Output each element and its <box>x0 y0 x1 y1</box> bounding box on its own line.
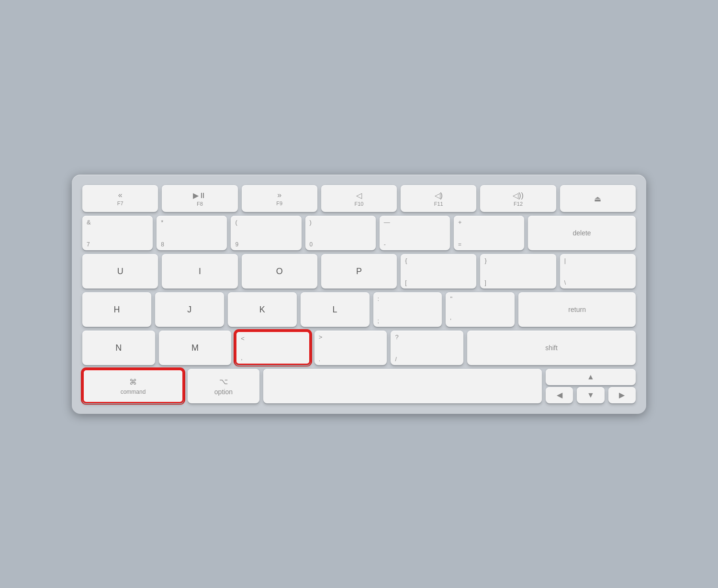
key-7-bottom: 7 <box>87 242 148 247</box>
f10-icon: ◁ <box>325 191 393 200</box>
key-rbracket[interactable]: } ] <box>480 254 556 288</box>
key-f7[interactable]: « F7 <box>82 185 158 212</box>
key-quote-bottom: ' <box>450 318 510 324</box>
key-minus-top: — <box>384 219 390 225</box>
key-option[interactable]: ⌥ option <box>188 369 259 403</box>
key-9-top: ( <box>235 219 237 225</box>
key-8[interactable]: * 8 <box>157 216 227 250</box>
command-symbol: ⌘ <box>129 377 137 387</box>
arrow-cluster: ▲ ◀ ▼ ▶ <box>546 369 636 403</box>
key-eject[interactable]: ⏏ <box>560 185 636 212</box>
shift-label: shift <box>545 344 558 352</box>
key-l-label: L <box>333 305 337 315</box>
key-period[interactable]: > . <box>314 331 387 365</box>
key-delete[interactable]: delete <box>528 216 636 250</box>
key-semicolon[interactable]: : ; <box>373 292 442 327</box>
key-h[interactable]: H <box>82 292 151 327</box>
key-9-bottom: 9 <box>235 242 297 247</box>
key-slash-bottom: / <box>395 356 459 362</box>
key-minus-bottom: - <box>384 242 446 247</box>
arrow-top-row: ▲ <box>546 369 636 385</box>
key-slash-top: ? <box>395 334 398 340</box>
key-f8[interactable]: ▶⏸ F8 <box>162 185 237 212</box>
f11-label: F11 <box>405 201 472 207</box>
key-m-label: M <box>191 343 199 353</box>
key-0-bottom: 0 <box>310 242 371 247</box>
key-u[interactable]: U <box>82 254 158 288</box>
bottom-row: N M < , > . ? / shift <box>82 331 636 365</box>
key-comma-top: < <box>241 335 245 342</box>
modifier-row: ⌘ command ⌥ option ▲ <box>82 369 636 403</box>
home-row: H J K L : ; " ' return <box>82 292 636 327</box>
key-o[interactable]: O <box>242 254 317 288</box>
key-9[interactable]: ( 9 <box>231 216 301 250</box>
f12-label: F12 <box>484 201 551 207</box>
key-arrow-right[interactable]: ▶ <box>608 387 636 403</box>
key-lbracket-bottom: [ <box>405 280 472 286</box>
key-f12[interactable]: ◁)) F12 <box>480 185 556 212</box>
f12-icon: ◁)) <box>484 191 551 200</box>
key-arrow-up[interactable]: ▲ <box>546 369 636 385</box>
delete-label: delete <box>573 229 591 237</box>
key-semicolon-top: : <box>378 296 380 302</box>
key-equals[interactable]: + = <box>454 216 524 250</box>
key-n-label: N <box>115 343 122 353</box>
option-label: option <box>214 388 233 396</box>
key-slash[interactable]: ? / <box>391 331 463 365</box>
key-equals-bottom: = <box>458 242 520 247</box>
key-rbracket-top: } <box>484 257 486 264</box>
key-j[interactable]: J <box>155 292 224 327</box>
key-i[interactable]: I <box>162 254 237 288</box>
key-0[interactable]: ) 0 <box>305 216 376 250</box>
f8-label: F8 <box>166 201 233 207</box>
qwerty-row: U I O P { [ } ] | \ <box>82 254 636 288</box>
key-8-bottom: 8 <box>161 242 223 247</box>
key-o-label: O <box>276 266 283 277</box>
arrow-left-icon: ◀ <box>557 390 562 399</box>
key-minus[interactable]: — - <box>380 216 450 250</box>
f9-label: F9 <box>246 200 313 206</box>
key-p-label: P <box>356 266 362 277</box>
arrow-up-icon: ▲ <box>587 373 595 381</box>
command-label: command <box>121 388 146 395</box>
key-comma[interactable]: < , <box>235 331 311 365</box>
key-p[interactable]: P <box>321 254 397 288</box>
key-f11[interactable]: ◁) F11 <box>401 185 476 212</box>
key-command[interactable]: ⌘ command <box>82 369 184 403</box>
key-quote-top: " <box>450 296 452 302</box>
key-shift[interactable]: shift <box>467 331 636 365</box>
key-f10[interactable]: ◁ F10 <box>321 185 397 212</box>
key-h-label: H <box>113 305 120 315</box>
key-7-top: & <box>87 219 91 225</box>
f10-label: F10 <box>325 201 393 207</box>
key-return[interactable]: return <box>518 292 636 327</box>
key-i-label: I <box>199 266 201 277</box>
number-row: & 7 * 8 ( 9 ) 0 — - + = delete <box>82 216 636 250</box>
f9-icon: » <box>246 191 313 200</box>
key-arrow-left[interactable]: ◀ <box>546 387 573 403</box>
key-j-label: J <box>187 305 191 315</box>
key-k-label: K <box>259 305 265 315</box>
key-semicolon-bottom: ; <box>378 318 438 324</box>
key-space[interactable] <box>263 369 542 403</box>
key-lbracket[interactable]: { [ <box>401 254 476 288</box>
key-8-top: * <box>161 219 163 225</box>
arrow-bottom-row: ◀ ▼ ▶ <box>546 387 636 403</box>
key-period-bottom: . <box>319 356 383 362</box>
f8-icon: ▶⏸ <box>166 191 233 200</box>
key-u-label: U <box>117 266 123 277</box>
key-backslash[interactable]: | \ <box>560 254 636 288</box>
keyboard: « F7 ▶⏸ F8 » F9 ◁ F10 ◁) F11 <box>72 175 646 414</box>
key-arrow-down[interactable]: ▼ <box>577 387 604 403</box>
function-row: « F7 ▶⏸ F8 » F9 ◁ F10 ◁) F11 <box>82 185 636 212</box>
key-quote[interactable]: " ' <box>446 292 515 327</box>
key-equals-top: + <box>458 219 462 225</box>
key-period-top: > <box>319 334 323 340</box>
key-m[interactable]: M <box>159 331 232 365</box>
key-k[interactable]: K <box>228 292 297 327</box>
key-n[interactable]: N <box>82 331 155 365</box>
key-f9[interactable]: » F9 <box>242 185 317 212</box>
return-label: return <box>568 306 586 313</box>
key-l[interactable]: L <box>301 292 370 327</box>
key-7[interactable]: & 7 <box>82 216 153 250</box>
